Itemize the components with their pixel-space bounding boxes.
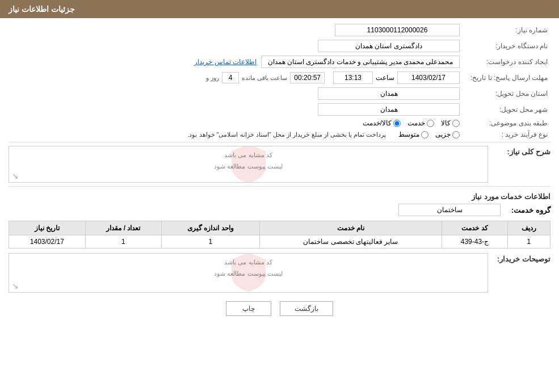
col-vahed: واحد اندازه گیری bbox=[162, 221, 259, 235]
page-header: جزئیات اطلاعات نیاز bbox=[0, 0, 559, 18]
shomara-niaz-label: شماره نیاز: bbox=[460, 26, 550, 34]
col-tedad: تعداد / مقدار bbox=[85, 221, 162, 235]
remaining-days-label: روز و bbox=[206, 74, 219, 82]
creator-row: ایجاد کننده درخواست: محمدعلی محمدی مدیر … bbox=[9, 56, 550, 68]
gorooh-row: گروه خدمت: ساختمان bbox=[9, 204, 550, 216]
ostan-value: همدان bbox=[318, 87, 460, 100]
deadline-time-label: ساعت bbox=[376, 74, 394, 82]
cell-tedad: 1 bbox=[85, 235, 162, 248]
content-area: شماره نیاز: 1103000112000026 نام دستگاه … bbox=[0, 18, 559, 330]
contact-link[interactable]: اطلاعات تماس خریدار bbox=[194, 58, 257, 66]
radio-kala-khedmat[interactable]: کالا/خدمت bbox=[363, 119, 401, 127]
col-radif: ردیف bbox=[507, 221, 550, 235]
radio-kala-label: کالا bbox=[441, 119, 451, 127]
sharh-textarea: کد مشابه می باشد لیست پیوست مطالعه شود ↘ bbox=[9, 146, 488, 183]
table-row: 1ج-43-439سایر فعالیتهای تخصصی ساختمان111… bbox=[9, 235, 550, 248]
nooe-radio-group: جزیی متوسط پرداخت تمام یا بخشی از مبلغ خ… bbox=[187, 130, 460, 138]
col-tarikh: تاریخ نیاز bbox=[9, 221, 86, 235]
tosihaat-text: کد مشابه می باشد لیست پیوست مطالعه شود bbox=[12, 257, 484, 280]
divider-1 bbox=[9, 142, 550, 142]
shahr-label: شهر محل تحویل: bbox=[460, 106, 550, 113]
gorooh-label: گروه خدمت: bbox=[505, 206, 550, 214]
radio-kala[interactable]: کالا bbox=[441, 119, 460, 127]
creator-value: محمدعلی محمدی مدیر پشتیبانی و خدمات دادگ… bbox=[261, 56, 460, 68]
creator-label: ایجاد کننده درخواست: bbox=[460, 58, 550, 66]
resize-icon-2: ↘ bbox=[12, 281, 19, 290]
name-dastgah-label: نام دستگاه خریدار: bbox=[460, 42, 550, 50]
tabaqe-radio-group: کالا خدمت کالا/خدمت bbox=[363, 119, 460, 127]
tabaqe-row: طبقه بندی موضوعی: کالا خدمت کالا/خدمت bbox=[9, 119, 550, 127]
sharh-label: شرح کلی نیاز: bbox=[494, 146, 550, 156]
shahr-value: همدان bbox=[318, 103, 460, 116]
radio-motevaset-label: متوسط bbox=[398, 130, 419, 138]
sharh-section: شرح کلی نیاز: کد مشابه می باشد لیست پیوس… bbox=[9, 146, 550, 183]
radio-kala-input[interactable] bbox=[452, 120, 460, 127]
radio-khedmat-input[interactable] bbox=[427, 120, 434, 127]
radio-jozii[interactable]: جزیی bbox=[435, 130, 460, 138]
cell-vahed: 1 bbox=[162, 235, 259, 248]
shomara-niaz-value: 1103000112000026 bbox=[335, 24, 460, 36]
tosihaat-content: کد مشابه می باشد لیست پیوست مطالعه شود ↘ bbox=[9, 253, 488, 293]
tabaqe-label: طبقه بندی موضوعی: bbox=[460, 119, 550, 127]
col-code: کد خدمت bbox=[442, 221, 507, 235]
divider-2 bbox=[9, 186, 550, 187]
gorooh-value: ساختمان bbox=[398, 204, 501, 216]
remaining-time: 00:20:57 bbox=[290, 72, 325, 83]
nooe-farayand-label: نوع فرآیند خرید : bbox=[460, 130, 550, 138]
cell-code_khedmat: ج-43-439 bbox=[442, 235, 507, 248]
page-wrapper: جزئیات اطلاعات نیاز شماره نیاز: 11030001… bbox=[0, 0, 559, 392]
cell-tarikh: 1403/02/17 bbox=[9, 235, 86, 248]
mohlat-label: مهلت ارسال پاسخ: تا تاریخ: bbox=[460, 74, 550, 82]
col-name: نام خدمت bbox=[259, 221, 442, 235]
ostan-row: استان محل تحویل: همدان bbox=[9, 87, 550, 100]
radio-khedmat-label: خدمت bbox=[407, 119, 425, 127]
sharh-content: کد مشابه می باشد لیست پیوست مطالعه شود ↘ bbox=[9, 146, 488, 183]
services-table: ردیف کد خدمت نام خدمت واحد اندازه گیری ت… bbox=[9, 221, 550, 248]
radio-jozii-input[interactable] bbox=[452, 131, 460, 138]
tosihaat-section: توصیحات خریدار: کد مشابه می باشد لیست پی… bbox=[9, 253, 550, 293]
remaining-time-label: ساعت باقی مانده bbox=[242, 74, 287, 82]
page-title: جزئیات اطلاعات نیاز bbox=[9, 5, 75, 14]
nooe-description: پرداخت تمام یا بخشی از مبلغ خریدار از مح… bbox=[187, 131, 386, 138]
tosihaat-label: توصیحات خریدار: bbox=[494, 253, 550, 263]
resize-icon: ↘ bbox=[12, 171, 19, 180]
radio-kala-khedmat-input[interactable] bbox=[393, 120, 401, 127]
deadline-date: 1403/02/17 bbox=[397, 71, 460, 84]
radio-khedmat[interactable]: خدمت bbox=[407, 119, 434, 127]
cell-radif: 1 bbox=[507, 235, 550, 248]
radio-motevaset[interactable]: متوسط bbox=[398, 130, 428, 138]
radio-jozii-label: جزیی bbox=[435, 130, 451, 138]
radio-kala-khedmat-label: کالا/خدمت bbox=[363, 119, 392, 127]
radio-motevaset-input[interactable] bbox=[421, 131, 428, 138]
buttons-row: بازگشت چاپ bbox=[9, 301, 550, 316]
services-table-section: ردیف کد خدمت نام خدمت واحد اندازه گیری ت… bbox=[9, 221, 550, 248]
print-button[interactable]: چاپ bbox=[226, 301, 271, 316]
remaining-days: 4 bbox=[222, 72, 239, 83]
name-dastgah-value: دادگستری استان همدان bbox=[318, 40, 460, 52]
mohlat-row: مهلت ارسال پاسخ: تا تاریخ: 1403/02/17 سا… bbox=[9, 71, 550, 84]
name-dastgah-row: نام دستگاه خریدار: دادگستری استان همدان bbox=[9, 40, 550, 52]
back-button[interactable]: بازگشت bbox=[280, 301, 333, 316]
ostan-label: استان محل تحویل: bbox=[460, 90, 550, 98]
tosihaat-textarea: کد مشابه می باشد لیست پیوست مطالعه شود ↘ bbox=[9, 253, 488, 293]
shahr-row: شهر محل تحویل: همدان bbox=[9, 103, 550, 116]
cell-name_khedmat: سایر فعالیتهای تخصصی ساختمان bbox=[259, 235, 442, 248]
shomara-niaz-row: شماره نیاز: 1103000112000026 bbox=[9, 24, 550, 36]
nooe-farayand-row: نوع فرآیند خرید : جزیی متوسط پرداخت تمام… bbox=[9, 130, 550, 138]
deadline-time: 13:13 bbox=[333, 71, 373, 84]
khadamat-info-title: اطلاعات خدمات مورد نیاز bbox=[9, 192, 550, 201]
sharh-text: کد مشابه می باشد لیست پیوست مطالعه شود bbox=[12, 150, 484, 172]
